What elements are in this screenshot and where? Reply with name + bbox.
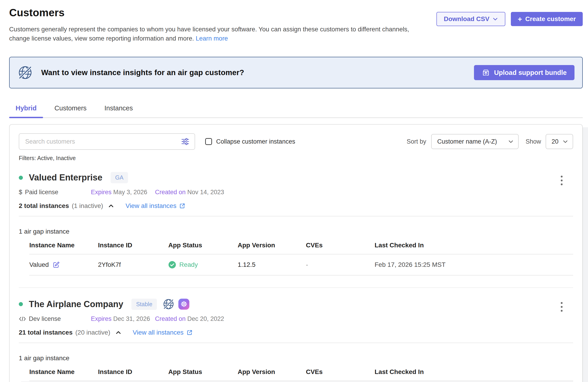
- tab-hybrid[interactable]: Hybrid: [9, 105, 43, 117]
- upload-bundle-icon: [482, 68, 490, 77]
- view-all-instances-label: View all instances: [133, 329, 184, 336]
- customer-section-valued-enterprise: Valued Enterprise GA $ Paid license Expi…: [19, 161, 573, 288]
- total-instances: 2 total instances: [19, 202, 69, 210]
- license-expiry: Expires Dec 31, 2026: [91, 315, 155, 322]
- col-last-checked-in: Last Checked In: [375, 368, 573, 376]
- page-header: Customers Customers generally represent …: [9, 0, 583, 43]
- customer-name[interactable]: The Airplane Company: [29, 299, 123, 309]
- instance-table-row: Valued 2YfoK7f Ready: [29, 255, 573, 276]
- ready-check-icon: [168, 261, 176, 269]
- show-label: Show: [525, 138, 541, 145]
- external-link-icon: [186, 329, 193, 336]
- airgap-instance-heading: 1 air gap instance: [19, 228, 573, 235]
- kebab-menu-icon[interactable]: [559, 301, 564, 313]
- filter-sliders-icon[interactable]: [181, 137, 189, 146]
- filters-summary: Filters: Active, Inactive: [19, 155, 573, 161]
- created-value: Nov 14, 2023: [187, 189, 224, 196]
- view-all-instances-label: View all instances: [126, 202, 176, 210]
- external-link-icon: [179, 203, 186, 209]
- col-instance-id: Instance ID: [98, 242, 168, 249]
- kubernetes-icon: ☸: [178, 299, 189, 310]
- instance-table-header: Instance Name Instance ID App Status App…: [29, 242, 573, 255]
- created-label: Created on: [155, 315, 186, 322]
- download-csv-label: Download CSV: [444, 15, 489, 23]
- license-type: $ Paid license: [19, 189, 91, 196]
- inactive-instances: (20 inactive): [75, 329, 110, 336]
- airgap-banner: Want to view instance insights for an ai…: [9, 57, 583, 88]
- customers-card: Collapse customer instances Sort by Cust…: [9, 124, 583, 382]
- total-instances: 21 total instances: [19, 329, 73, 336]
- customers-page: Customers Customers generally represent …: [0, 0, 588, 382]
- collapse-section-chevron-up-icon[interactable]: [115, 330, 121, 335]
- tab-instances-label: Instances: [105, 105, 133, 112]
- last-checked-in-value: Feb 17, 2026 15:25 MST: [375, 261, 573, 268]
- app-status-value: Ready: [179, 261, 198, 268]
- license-type: Dev license: [19, 315, 91, 322]
- customer-name[interactable]: Valued Enterprise: [29, 173, 102, 183]
- instance-name: Valued: [29, 261, 49, 268]
- instance-row-cutoff: [21, 381, 573, 382]
- col-cves: CVEs: [306, 242, 375, 249]
- code-icon: [19, 316, 26, 322]
- col-app-status: App Status: [168, 368, 238, 376]
- col-instance-name: Instance Name: [29, 368, 98, 376]
- instance-table-header: Instance Name Instance ID App Status App…: [29, 368, 573, 381]
- expires-label: Expires: [91, 315, 111, 322]
- sort-by-select[interactable]: Customer name (A-Z): [431, 134, 519, 149]
- expires-value: May 3, 2026: [113, 189, 147, 196]
- sort-by-label: Sort by: [407, 138, 426, 145]
- created-value: Dec 20, 2022: [187, 315, 224, 322]
- created-on: Created on Dec 20, 2022: [155, 315, 224, 322]
- sort-by-value: Customer name (A-Z): [437, 138, 497, 145]
- license-type-label: Dev license: [29, 315, 61, 322]
- license-expiry: Expires May 3, 2026: [91, 189, 155, 196]
- banner-title: Want to view instance insights for an ai…: [41, 68, 474, 77]
- toolbar: Collapse customer instances Sort by Cust…: [19, 133, 573, 150]
- col-instance-id: Instance ID: [98, 368, 168, 376]
- edit-instance-icon[interactable]: [52, 261, 60, 269]
- plus-icon: +: [518, 15, 522, 23]
- collapse-instances-checkbox[interactable]: [205, 138, 212, 145]
- kebab-menu-icon[interactable]: [559, 174, 564, 187]
- download-csv-button[interactable]: Download CSV: [436, 12, 505, 26]
- tab-hybrid-label: Hybrid: [16, 105, 37, 112]
- tab-instances[interactable]: Instances: [98, 105, 139, 117]
- created-label: Created on: [155, 189, 186, 196]
- page-description: Customers generally represent the compan…: [9, 25, 424, 43]
- expires-label: Expires: [91, 189, 111, 196]
- search-customers-field[interactable]: [19, 133, 195, 150]
- view-all-instances-link[interactable]: View all instances: [126, 202, 186, 210]
- airgap-globe-icon: [18, 65, 33, 80]
- page-title: Customers: [9, 6, 436, 19]
- learn-more-link[interactable]: Learn more: [196, 35, 228, 42]
- col-app-version: App Version: [238, 368, 306, 376]
- show-value: 20: [552, 138, 558, 145]
- inactive-instances: (1 inactive): [72, 202, 103, 210]
- dollar-icon: $: [19, 189, 22, 196]
- col-instance-name: Instance Name: [29, 242, 98, 249]
- col-app-status: App Status: [168, 242, 238, 249]
- col-last-checked-in: Last Checked In: [375, 242, 573, 249]
- show-select[interactable]: 20: [546, 134, 573, 149]
- collapse-section-chevron-up-icon[interactable]: [108, 203, 114, 208]
- create-customer-button[interactable]: + Create customer: [511, 12, 583, 26]
- scrollbar-track[interactable]: [583, 127, 588, 382]
- tab-customers[interactable]: Customers: [48, 105, 93, 117]
- create-customer-label: Create customer: [525, 15, 576, 23]
- tab-bar: Hybrid Customers Instances: [9, 105, 583, 118]
- kubernetes-wheel-glyph: ☸: [180, 300, 187, 308]
- collapse-instances-label: Collapse customer instances: [216, 138, 295, 145]
- col-app-version: App Version: [238, 242, 306, 249]
- view-all-instances-link[interactable]: View all instances: [133, 329, 193, 336]
- channel-badge: GA: [111, 172, 128, 183]
- airgap-instance-heading: 1 air gap instance: [19, 355, 573, 362]
- tab-customers-label: Customers: [55, 105, 86, 112]
- search-input[interactable]: [25, 138, 181, 145]
- chevron-down-icon: [563, 139, 568, 144]
- upload-support-bundle-button[interactable]: Upload support bundle: [474, 65, 574, 80]
- created-on: Created on Nov 14, 2023: [155, 189, 224, 196]
- active-status-dot: [19, 302, 23, 306]
- airgap-icon: [163, 298, 174, 310]
- upload-bundle-label: Upload support bundle: [494, 69, 567, 77]
- chevron-down-icon: [508, 139, 514, 144]
